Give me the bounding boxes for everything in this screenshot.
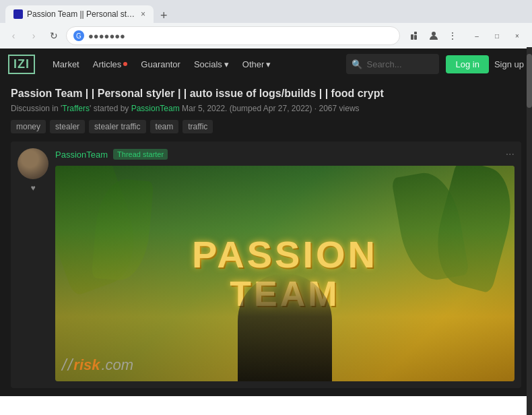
search-input[interactable] — [366, 59, 434, 69]
nav-market[interactable]: Market — [46, 49, 86, 79]
watermark-slash: / — [62, 356, 67, 375]
post-image: PASSION TEAM / / risk .com — [55, 166, 514, 381]
nav-socials[interactable]: Socials ▾ — [187, 49, 236, 79]
minimize-button[interactable]: – — [467, 26, 486, 45]
author-link[interactable]: PassionTeam — [131, 104, 180, 113]
search-icon: 🔍 — [352, 59, 362, 69]
tag-team[interactable]: team — [150, 120, 179, 133]
post-options-button[interactable]: ··· — [506, 148, 514, 160]
new-tab-button[interactable]: + — [156, 9, 172, 23]
forward-button[interactable]: › — [26, 28, 42, 44]
tags-container: money stealer stealer traffic team traff… — [11, 120, 521, 133]
nav-guarantor[interactable]: Guarantor — [134, 49, 187, 79]
page-content: Passion Team | | Personal styler | | aut… — [0, 79, 532, 396]
signup-button[interactable]: Sign up — [494, 59, 524, 69]
profile-icon[interactable] — [426, 28, 442, 44]
watermark-risk: risk — [73, 356, 100, 374]
socials-chevron-icon: ▾ — [224, 59, 229, 69]
post-author-name[interactable]: PassionTeam — [55, 150, 108, 160]
back-button[interactable]: ‹ — [5, 28, 22, 44]
other-chevron-icon: ▾ — [266, 59, 271, 69]
avatar — [18, 148, 48, 179]
thread-starter-badge: Thread starter — [113, 149, 168, 160]
nav-items: Market Articles Guarantor Socials ▾ Othe… — [46, 49, 346, 79]
watermark-com: .com — [102, 356, 134, 374]
watermark-slash2: / — [68, 356, 73, 375]
svg-rect-3 — [414, 32, 417, 34]
post-body: ♥ PassionTeam Thread starter ··· — [11, 141, 521, 388]
nav-articles-label: Articles — [93, 59, 122, 69]
passion-word: PASSION — [192, 234, 378, 276]
scroll-thumb[interactable] — [527, 54, 532, 108]
watermark: / / risk .com — [62, 356, 133, 375]
heart-icon: ♥ — [30, 183, 35, 193]
nav-articles[interactable]: Articles — [86, 49, 135, 79]
login-button[interactable]: Log in — [446, 55, 488, 73]
nav-guarantor-label: Guarantor — [141, 59, 180, 69]
post-left: ♥ — [18, 148, 48, 381]
close-button[interactable]: × — [508, 26, 527, 45]
avatar-image — [18, 148, 48, 179]
maximize-button[interactable]: □ — [488, 26, 506, 45]
extensions-icon[interactable] — [407, 28, 423, 44]
nav-other-label: Other — [242, 59, 265, 69]
nav-market-label: Market — [53, 59, 79, 69]
svg-point-5 — [432, 32, 436, 36]
nav-socials-label: Socials — [194, 59, 222, 69]
traffers-link[interactable]: Traffers — [62, 104, 90, 113]
tab-favicon — [13, 9, 23, 19]
tab-title: Passion Team || Personal styler ||... — [27, 9, 137, 19]
figure-overlay — [238, 274, 332, 381]
browser-tab[interactable]: Passion Team || Personal styler ||... × — [5, 5, 154, 23]
svg-rect-4 — [414, 35, 417, 40]
address-bar[interactable]: G ●●●●●●● — [66, 26, 400, 45]
svg-text:G: G — [76, 32, 81, 40]
google-icon: G — [73, 30, 84, 41]
site-nav: IZI Market Articles Guarantor Socials ▾ … — [0, 49, 532, 79]
post-header: PassionTeam Thread starter ··· — [55, 148, 514, 160]
address-text: ●●●●●●● — [88, 31, 393, 41]
search-bar[interactable]: 🔍 — [346, 54, 439, 74]
tab-close-button[interactable]: × — [141, 9, 145, 19]
post-title: Passion Team | | Personal styler | | aut… — [11, 88, 521, 100]
svg-rect-2 — [411, 34, 413, 40]
tag-stealer[interactable]: stealer — [50, 120, 85, 133]
nav-other[interactable]: Other ▾ — [236, 49, 278, 79]
articles-notification-dot — [123, 62, 127, 66]
scrollbar[interactable] — [527, 47, 532, 415]
tag-money[interactable]: money — [11, 120, 46, 133]
tag-traffic[interactable]: traffic — [182, 120, 213, 133]
site-logo[interactable]: IZI — [8, 55, 35, 74]
post-main: PassionTeam Thread starter ··· PASSION — [55, 148, 514, 381]
tag-stealer-traffic[interactable]: stealer traffic — [89, 120, 145, 133]
reload-button[interactable]: ↻ — [46, 28, 62, 44]
post-meta: Discussion in 'Traffers' started by Pass… — [11, 104, 521, 113]
menu-icon[interactable]: ⋮ — [444, 28, 461, 44]
